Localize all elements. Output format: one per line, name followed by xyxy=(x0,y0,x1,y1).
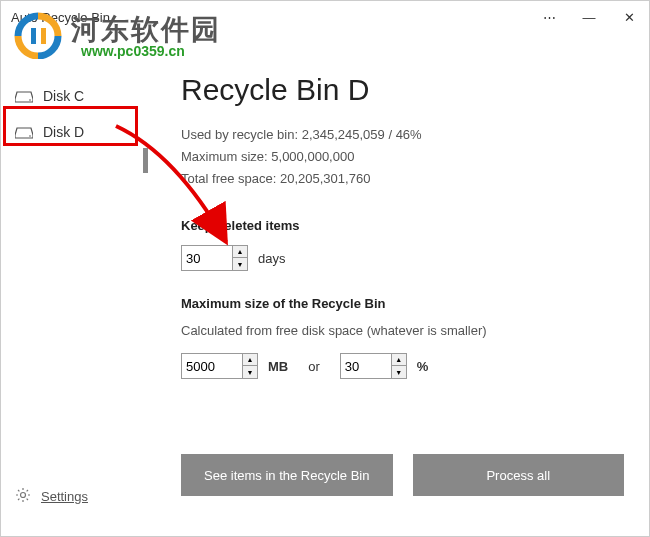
keep-unit: days xyxy=(258,251,285,266)
selection-indicator xyxy=(143,148,148,173)
settings-label: Settings xyxy=(41,489,88,504)
pct-unit: % xyxy=(417,359,429,374)
spin-up-icon[interactable]: ▲ xyxy=(392,354,406,366)
see-items-button[interactable]: See items in the Recycle Bin xyxy=(181,454,393,496)
svg-point-2 xyxy=(29,99,31,101)
gear-icon xyxy=(15,487,31,506)
disk-icon xyxy=(15,126,33,138)
sidebar-item-label: Disk D xyxy=(43,124,84,140)
pct-input[interactable] xyxy=(341,354,391,378)
sidebar-item-disk-d[interactable]: Disk D xyxy=(1,114,141,150)
sidebar-item-label: Disk C xyxy=(43,88,84,104)
disk-icon xyxy=(15,90,33,102)
spin-up-icon[interactable]: ▲ xyxy=(233,246,247,258)
svg-point-3 xyxy=(29,135,31,137)
close-button[interactable]: ✕ xyxy=(609,1,649,33)
keep-label: Keep deleted items xyxy=(181,218,624,233)
maxsize-label: Maximum size of the Recycle Bin xyxy=(181,296,624,311)
minimize-button[interactable]: — xyxy=(569,1,609,33)
mb-input[interactable] xyxy=(182,354,242,378)
or-label: or xyxy=(308,359,320,374)
keep-days-input[interactable] xyxy=(182,246,232,270)
sidebar-settings[interactable]: Settings xyxy=(1,477,141,516)
more-button[interactable]: ⋯ xyxy=(529,1,569,33)
spin-down-icon[interactable]: ▼ xyxy=(233,258,247,270)
sidebar-item-disk-c[interactable]: Disk C xyxy=(1,78,141,114)
mb-unit: MB xyxy=(268,359,288,374)
info-max: Maximum size: 5,000,000,000 xyxy=(181,149,624,164)
maxsize-sub: Calculated from free disk space (whateve… xyxy=(181,323,624,338)
info-used: Used by recycle bin: 2,345,245,059 / 46% xyxy=(181,127,624,142)
spin-down-icon[interactable]: ▼ xyxy=(392,366,406,378)
spin-up-icon[interactable]: ▲ xyxy=(243,354,257,366)
sidebar: Disk C Disk D Settings xyxy=(1,33,141,536)
main-panel: Recycle Bin D Used by recycle bin: 2,345… xyxy=(141,33,649,536)
window-title: Auto Recycle Bin xyxy=(11,10,529,25)
mb-spinner[interactable]: ▲ ▼ xyxy=(181,353,258,379)
process-all-button[interactable]: Process all xyxy=(413,454,625,496)
pct-spinner[interactable]: ▲ ▼ xyxy=(340,353,407,379)
svg-point-4 xyxy=(21,493,26,498)
spin-down-icon[interactable]: ▼ xyxy=(243,366,257,378)
keep-days-spinner[interactable]: ▲ ▼ xyxy=(181,245,248,271)
info-free: Total free space: 20,205,301,760 xyxy=(181,171,624,186)
page-title: Recycle Bin D xyxy=(181,73,624,107)
titlebar: Auto Recycle Bin ⋯ — ✕ xyxy=(1,1,649,33)
